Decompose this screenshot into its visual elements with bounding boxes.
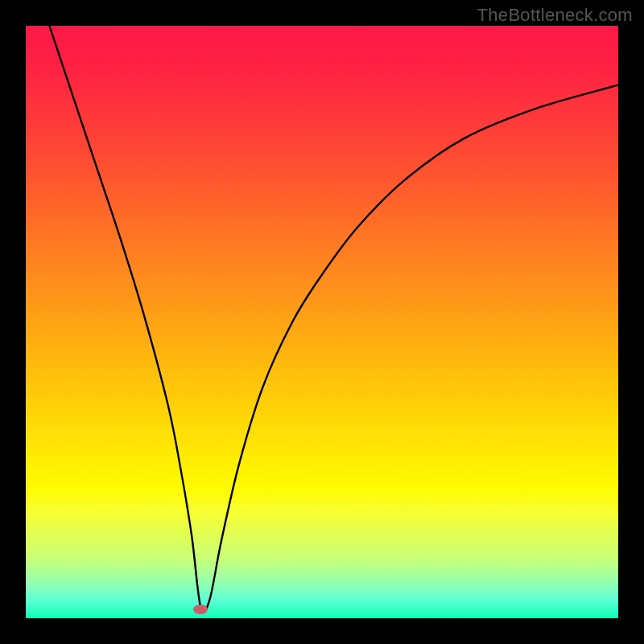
bottleneck-curve	[26, 26, 618, 618]
plot-area	[26, 26, 618, 618]
optimum-marker	[193, 605, 208, 614]
chart-frame: TheBottleneck.com	[0, 0, 644, 644]
watermark-text: TheBottleneck.com	[477, 5, 633, 26]
